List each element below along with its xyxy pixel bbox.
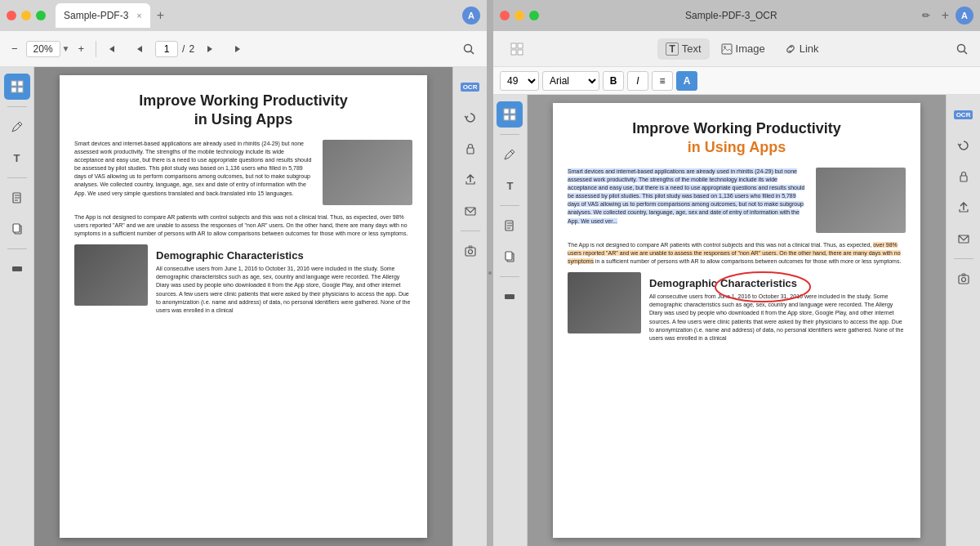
right-sidebar-text-button[interactable]: T xyxy=(497,172,523,199)
convert-button-right[interactable] xyxy=(951,132,977,159)
right-pdf-bottom-image xyxy=(568,272,641,333)
thumbnail-icon xyxy=(10,79,24,94)
svg-rect-3 xyxy=(18,81,23,86)
avatar: A xyxy=(462,7,480,25)
tab-text[interactable]: T Text xyxy=(657,38,709,60)
page-up-double-button[interactable] xyxy=(103,39,126,59)
page-last-icon xyxy=(229,43,242,56)
text-tab-label: Text xyxy=(682,43,702,55)
right-pdf-viewport[interactable]: Improve Working Productivity in Using Ap… xyxy=(528,95,946,546)
svg-point-43 xyxy=(961,278,965,282)
left-toolbar: − 20% ▼ + / 2 xyxy=(0,31,487,67)
bold-button[interactable]: B xyxy=(603,71,624,91)
ocr-button-left[interactable]: OCR xyxy=(457,74,483,100)
ocr-toolbar: T Text Image Link xyxy=(493,31,980,67)
sidebar-text-button[interactable]: T xyxy=(4,145,30,171)
page-up-button[interactable] xyxy=(129,39,152,59)
right-sidebar-thumbnail-button[interactable] xyxy=(497,101,523,128)
svg-rect-27 xyxy=(504,109,509,114)
zoom-out-button[interactable]: − xyxy=(7,39,23,58)
window-controls xyxy=(7,11,46,20)
tab-link[interactable]: Link xyxy=(777,38,827,59)
sidebar-redact-button[interactable] xyxy=(4,256,30,282)
protect-button-left[interactable] xyxy=(457,136,483,162)
highlighted-text-block: Smart devices and internet-based applica… xyxy=(568,168,804,224)
italic-button[interactable]: I xyxy=(627,71,648,91)
pdf-section-text: All consecutive users from June 1, 2016 … xyxy=(156,265,412,315)
email-button-left[interactable] xyxy=(457,198,483,224)
right-pdf-page: Improve Working Productivity in Using Ap… xyxy=(553,103,920,538)
search-button[interactable] xyxy=(457,39,480,59)
sidebar-pages-button[interactable] xyxy=(4,185,30,211)
right-right-sidebar-sep xyxy=(954,258,973,259)
font-size-select[interactable]: 49 xyxy=(500,71,539,91)
annotate-icon xyxy=(11,120,24,133)
right-sidebar-annotate-button[interactable] xyxy=(497,141,523,168)
right-sidebar-sep1 xyxy=(500,134,519,135)
pdf-title-line2: in Using Apps xyxy=(194,111,292,128)
sidebar-sep2 xyxy=(7,177,27,178)
page-nav: / 2 xyxy=(155,41,194,57)
right-sidebar-pages-button[interactable] xyxy=(497,213,523,239)
right-sidebar-redact-button[interactable] xyxy=(497,284,523,310)
right-panel: Sample-PDF-3_OCR ✏ + A T Text Image Link xyxy=(493,0,980,546)
right-sidebar-sep3 xyxy=(500,276,519,277)
svg-point-25 xyxy=(958,44,965,51)
right-search-icon xyxy=(956,43,969,56)
pdf-bottom-image xyxy=(74,244,148,306)
right-tab-bar: Sample-PDF-3_OCR ✏ + A xyxy=(493,0,980,31)
page-down-button[interactable] xyxy=(198,39,220,59)
zoom-in-button[interactable]: + xyxy=(74,39,90,58)
left-pdf-viewport[interactable]: Improve Working Productivity in Using Ap… xyxy=(34,67,452,546)
camera-button-left[interactable] xyxy=(457,238,483,264)
right-maximize-button[interactable] xyxy=(529,11,539,20)
align-button[interactable]: ≡ xyxy=(652,71,673,91)
right-minimize-button[interactable] xyxy=(514,11,524,20)
tab-close-icon[interactable]: × xyxy=(136,11,141,20)
zoom-value[interactable]: 20% xyxy=(26,41,60,57)
camera-button-right[interactable] xyxy=(951,266,977,292)
image-tab-label: Image xyxy=(736,43,765,55)
share-button-left[interactable] xyxy=(457,167,483,193)
convert-button-left[interactable] xyxy=(457,105,483,131)
divider-dot xyxy=(488,271,492,275)
maximize-button[interactable] xyxy=(36,11,46,20)
pdf-intro-image xyxy=(323,140,412,205)
right-pdf-intro-text: Smart devices and internet-based applica… xyxy=(568,168,808,233)
color-button[interactable]: A xyxy=(676,71,697,91)
right-ocr-badge: OCR xyxy=(954,110,973,119)
right-annotate-icon xyxy=(503,148,516,161)
right-sidebar-copy-button[interactable] xyxy=(497,244,523,270)
svg-rect-40 xyxy=(960,176,967,181)
right-tab-add-button[interactable]: + xyxy=(938,8,952,23)
svg-rect-38 xyxy=(505,294,514,299)
right-pdf-body-text: The App is not designed to compare AR pa… xyxy=(568,241,906,266)
right-copy-icon xyxy=(503,250,516,263)
share-button-right[interactable] xyxy=(951,195,977,221)
text-icon: T xyxy=(14,152,20,164)
email-button-right[interactable] xyxy=(951,226,977,252)
right-search-button[interactable] xyxy=(951,39,973,59)
page-down-double-button[interactable] xyxy=(224,39,247,59)
sidebar-copy-button[interactable] xyxy=(4,216,30,242)
chevron-down-icon[interactable]: ▼ xyxy=(62,44,70,53)
sidebar-annotate-button[interactable] xyxy=(4,114,30,140)
sidebar-sep1 xyxy=(7,106,27,107)
minimize-button[interactable] xyxy=(21,11,31,20)
ocr-button-right[interactable]: OCR xyxy=(951,101,977,128)
protect-button-right[interactable] xyxy=(951,163,977,190)
page-current-input[interactable] xyxy=(155,41,178,57)
right-close-button[interactable] xyxy=(500,11,510,20)
sidebar-thumbnail-button[interactable] xyxy=(4,74,30,100)
tab-add-button[interactable]: + xyxy=(154,8,167,23)
right-edit-icon[interactable]: ✏ xyxy=(917,7,935,25)
link-tab-icon xyxy=(785,43,796,55)
tab-image[interactable]: Image xyxy=(713,38,773,59)
svg-rect-16 xyxy=(466,248,475,256)
svg-line-26 xyxy=(964,51,968,54)
tab-sample-pdf-3[interactable]: Sample-PDF-3 × xyxy=(56,3,150,28)
font-family-select[interactable]: Arial xyxy=(542,71,599,91)
close-button[interactable] xyxy=(7,11,16,20)
right-pdf-intro-image xyxy=(816,168,906,233)
svg-rect-22 xyxy=(518,50,523,55)
